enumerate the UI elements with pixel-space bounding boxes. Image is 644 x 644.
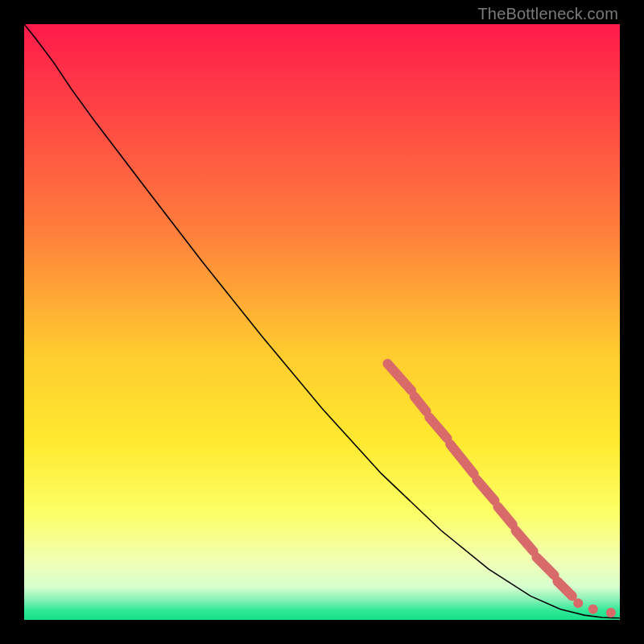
main-curve xyxy=(24,24,620,618)
marker-segment xyxy=(450,444,474,474)
chart-svg xyxy=(24,24,620,620)
marker-dot xyxy=(588,605,598,614)
marker-segment xyxy=(497,506,513,524)
watermark-label: TheBottleneck.com xyxy=(477,5,618,23)
marker-segment xyxy=(557,581,572,597)
marker-segment xyxy=(536,557,554,575)
marker-segment xyxy=(415,397,427,412)
marker-dot xyxy=(606,608,616,617)
marker-segment xyxy=(387,364,411,390)
marker-segment xyxy=(429,417,447,438)
marker-segment xyxy=(477,480,494,501)
marker-dot xyxy=(573,598,583,608)
marker-segment xyxy=(516,530,534,551)
